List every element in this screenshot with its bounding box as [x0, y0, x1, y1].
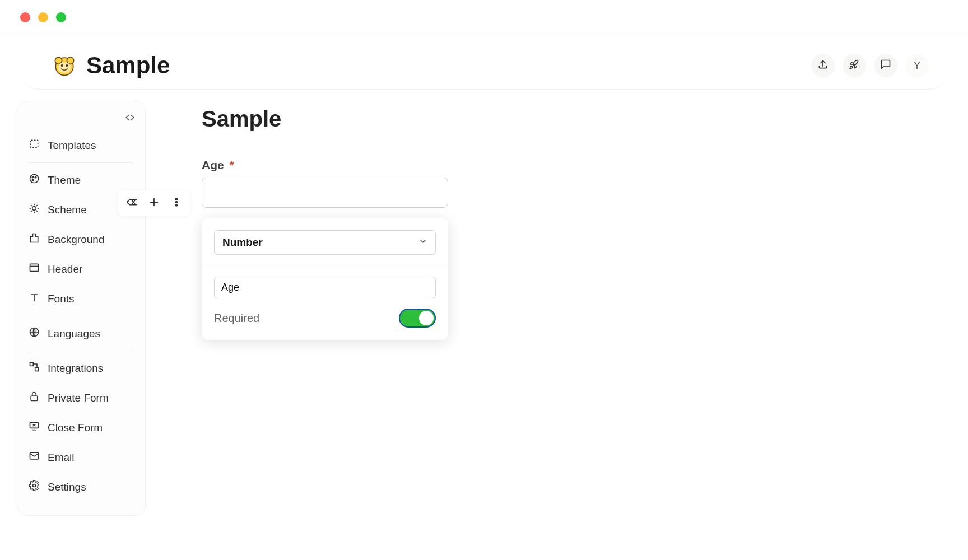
- sidebar-item-label: Private Form: [48, 392, 109, 404]
- sidebar-item-fonts[interactable]: Fonts: [25, 284, 137, 314]
- sidebar-item-label: Close Form: [48, 422, 103, 434]
- text-icon: [29, 292, 40, 306]
- top-bar: Sample Y: [17, 42, 951, 90]
- sun-icon: [29, 203, 40, 217]
- toggle-knob: [419, 311, 434, 325]
- chat-icon: [880, 59, 891, 72]
- svg-point-9: [32, 176, 34, 178]
- svg-rect-7: [30, 140, 38, 147]
- sidebar-item-label: Background: [48, 234, 104, 246]
- gear-icon: [29, 480, 40, 494]
- integration-icon: [29, 361, 40, 375]
- field-name-input[interactable]: [214, 277, 436, 298]
- svg-line-19: [31, 211, 32, 212]
- sidebar-item-private-form[interactable]: Private Form: [25, 383, 137, 413]
- add-field-button[interactable]: [148, 196, 160, 211]
- required-toggle-row: Required: [214, 309, 436, 328]
- svg-point-11: [32, 179, 34, 181]
- close-window-icon[interactable]: [20, 12, 30, 22]
- lock-icon: [29, 391, 40, 405]
- collapse-icon[interactable]: [125, 113, 135, 125]
- field-more-button[interactable]: [170, 196, 183, 211]
- svg-rect-26: [35, 368, 39, 371]
- svg-line-18: [36, 211, 38, 212]
- sidebar-item-label: Email: [48, 451, 75, 464]
- field-label-text: Age: [202, 158, 224, 171]
- chevron-down-icon: [418, 236, 427, 249]
- field-type-value: Number: [222, 236, 263, 249]
- sidebar-item-label: Header: [48, 263, 82, 276]
- sidebar-item-close-form[interactable]: Close Form: [25, 413, 137, 442]
- svg-point-5: [66, 64, 68, 67]
- sidebar-item-languages[interactable]: Languages: [25, 319, 137, 348]
- svg-point-40: [176, 204, 178, 206]
- publish-button[interactable]: [843, 54, 866, 77]
- sidebar-item-label: Theme: [48, 174, 81, 186]
- svg-rect-25: [30, 363, 34, 366]
- layout-icon: [29, 262, 40, 276]
- required-toggle[interactable]: [399, 309, 436, 328]
- page-title: Sample: [86, 52, 170, 79]
- sidebar-item-header[interactable]: Header: [25, 254, 137, 284]
- required-marker: *: [230, 158, 234, 171]
- rocket-icon: [849, 59, 860, 72]
- maximize-window-icon[interactable]: [56, 12, 66, 22]
- sidebar-item-label: Scheme: [48, 204, 87, 216]
- field-type-select[interactable]: Number: [214, 230, 436, 255]
- sidebar-item-settings[interactable]: Settings: [25, 472, 137, 502]
- delete-field-button[interactable]: [125, 196, 138, 211]
- svg-point-12: [32, 207, 36, 211]
- svg-line-20: [36, 205, 38, 206]
- svg-point-39: [176, 202, 178, 203]
- svg-rect-21: [30, 264, 39, 271]
- form-title: Sample: [202, 106, 951, 132]
- sidebar-item-label: Languages: [48, 328, 100, 340]
- svg-point-3: [58, 62, 71, 73]
- top-bar-right: Y: [811, 54, 929, 77]
- form-field: Age *: [202, 158, 448, 208]
- window-controls: [0, 0, 968, 35]
- field-settings-popup: Number Required: [202, 218, 448, 340]
- sidebar-item-email[interactable]: Email: [25, 442, 137, 472]
- field-label: Age *: [202, 158, 448, 172]
- sidebar-item-label: Fonts: [48, 293, 75, 305]
- minimize-window-icon[interactable]: [38, 12, 48, 22]
- templates-icon: [29, 138, 40, 152]
- sidebar-item-integrations[interactable]: Integrations: [25, 353, 137, 383]
- top-bar-left: Sample: [53, 52, 170, 79]
- svg-point-33: [33, 484, 36, 487]
- svg-line-17: [31, 205, 32, 206]
- required-label: Required: [214, 312, 259, 325]
- globe-icon: [29, 326, 40, 340]
- share-button[interactable]: [811, 54, 835, 77]
- palette-icon: [29, 173, 40, 187]
- mail-icon: [29, 450, 40, 464]
- user-avatar[interactable]: Y: [905, 54, 929, 77]
- sidebar: Templates Theme Scheme Background Header: [17, 101, 146, 516]
- sidebar-item-label: Templates: [48, 139, 96, 152]
- chat-button[interactable]: [874, 54, 897, 77]
- sidebar-item-templates[interactable]: Templates: [25, 130, 137, 160]
- upload-icon: [817, 59, 829, 72]
- monitor-x-icon: [29, 421, 40, 435]
- svg-rect-27: [31, 396, 38, 400]
- app-logo: [53, 54, 76, 77]
- age-input[interactable]: [202, 178, 448, 208]
- svg-point-4: [61, 64, 63, 67]
- svg-point-10: [35, 176, 36, 178]
- form-canvas: Sample Age * Number: [168, 101, 951, 516]
- svg-point-38: [176, 198, 178, 200]
- brush-icon: [29, 232, 40, 246]
- sidebar-item-label: Settings: [48, 481, 86, 493]
- sidebar-item-background[interactable]: Background: [25, 225, 137, 254]
- sidebar-item-label: Integrations: [48, 362, 103, 375]
- svg-point-8: [30, 175, 39, 183]
- field-toolbar: [118, 190, 190, 216]
